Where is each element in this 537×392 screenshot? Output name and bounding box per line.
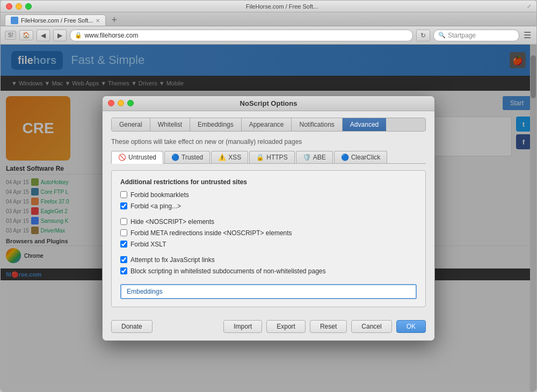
import-button[interactable]: Import <box>223 320 262 333</box>
dialog-body: General Whitelist Embeddings Appearance … <box>103 111 434 314</box>
search-icon: 🔍 <box>438 32 446 39</box>
ok-button[interactable]: OK <box>396 320 426 333</box>
tab-appearance[interactable]: Appearance <box>242 118 292 131</box>
browser-tab[interactable]: FileHorse.com / Free Soft... ✕ <box>5 14 106 26</box>
tab-close-btn[interactable]: ✕ <box>96 18 100 24</box>
title-bar: FileHorse.com / Free Soft... ⤢ <box>1 1 536 12</box>
checkbox-hide-noscript: Hide <NOSCRIPT> elements <box>120 218 417 226</box>
tab-whitelist[interactable]: Whitelist <box>150 118 190 131</box>
nav-home-btn[interactable]: 🏠 <box>19 30 33 40</box>
dialog-close-btn[interactable] <box>108 100 114 106</box>
sub-tab-trusted[interactable]: 🔵 Trusted <box>164 151 210 163</box>
dialog-title: NoScript Options <box>240 99 297 107</box>
block-scripting-label: Block scripting in whitelisted subdocume… <box>130 267 326 275</box>
nav-reload-btn[interactable]: ↻ <box>416 30 430 41</box>
noscript-options-dialog: NoScript Options General Whitelist Embed… <box>102 96 435 341</box>
checkbox-forbid-ping: Forbid <a ping...> <box>120 202 417 210</box>
sub-tab-bar: 🚫 Untrusted 🔵 Trusted ⚠️ XSS 🔒 <box>111 151 426 164</box>
spacer2 <box>120 252 417 256</box>
forbid-meta-label: Forbid META redirections inside <NOSCRIP… <box>130 229 292 237</box>
forbid-bookmarklets-checkbox[interactable] <box>120 191 127 198</box>
dialog-min-btn[interactable] <box>118 100 124 106</box>
maximize-window-btn[interactable] <box>25 3 32 10</box>
forbid-bookmarklets-label: Forbid bookmarklets <box>130 191 189 199</box>
forbid-meta-checkbox[interactable] <box>120 229 127 236</box>
browser-viewport: filehors Fast & Simple 🍎 ▼ Windows ▼ Mac… <box>1 45 536 391</box>
tab-favicon <box>11 17 18 24</box>
dialog-tab-bar: General Whitelist Embeddings Appearance … <box>111 118 426 132</box>
dialog-titlebar: NoScript Options <box>103 96 434 111</box>
tab-embeddings[interactable]: Embeddings <box>190 118 242 131</box>
footer-right-buttons: Import Export Reset Cancel OK <box>223 320 426 333</box>
xss-icon: ⚠️ <box>218 154 226 161</box>
forbid-xslt-label: Forbid XSLT <box>130 241 166 248</box>
sub-tab-abe[interactable]: 🛡️ ABE <box>296 151 333 163</box>
minimize-window-btn[interactable] <box>16 3 22 10</box>
nav-forward-btn[interactable]: ▶ <box>53 30 67 41</box>
section-title: Additional restrictions for untrusted si… <box>120 178 417 186</box>
traffic-lights <box>6 3 32 10</box>
search-bar[interactable]: 🔍 Startpage <box>433 30 519 41</box>
dialog-max-btn[interactable] <box>127 100 134 106</box>
forbid-ping-label: Forbid <a ping...> <box>130 202 181 210</box>
trusted-icon: 🔵 <box>171 154 179 161</box>
dialog-footer: Donate Import Export Reset Cancel OK <box>103 314 434 340</box>
forbid-xslt-checkbox[interactable] <box>120 241 127 248</box>
address-bar[interactable]: 🔒 www.filehorse.com <box>70 30 413 41</box>
tab-bar: FileHorse.com / Free Soft... ✕ + <box>1 12 536 26</box>
export-button[interactable]: Export <box>266 320 306 333</box>
browser-window: FileHorse.com / Free Soft... ⤢ FileHorse… <box>0 0 537 392</box>
tab-advanced[interactable]: Advanced <box>343 118 386 131</box>
tab-label: FileHorse.com / Free Soft... <box>21 17 93 24</box>
tab-general[interactable]: General <box>112 118 150 131</box>
nav-bar: S! 🏠 ◀ ▶ 🔒 www.filehorse.com ↻ 🔍 Startpa… <box>1 26 536 45</box>
sub-tab-abe-label: ABE <box>313 154 326 161</box>
sub-tab-trusted-label: Trusted <box>182 154 203 161</box>
sub-tab-xss[interactable]: ⚠️ XSS <box>211 151 248 163</box>
spacer1 <box>120 214 417 218</box>
sub-tab-clearclick[interactable]: 🔵 ClearClick <box>334 151 388 163</box>
embeddings-button[interactable]: Embeddings <box>120 284 417 299</box>
checkbox-forbid-xslt: Forbid XSLT <box>120 241 417 248</box>
forbid-ping-checkbox[interactable] <box>120 202 127 209</box>
checkbox-block-scripting: Block scripting in whitelisted subdocume… <box>120 267 417 275</box>
sub-tab-https-label: HTTPS <box>266 154 287 161</box>
reset-button[interactable]: Reset <box>310 320 347 333</box>
content-area: Additional restrictions for untrusted si… <box>111 170 426 307</box>
block-scripting-checkbox[interactable] <box>120 267 127 274</box>
sub-tab-xss-label: XSS <box>228 154 241 161</box>
new-tab-btn[interactable]: + <box>109 14 119 26</box>
fix-js-links-label: Attempt to fix JavaScript links <box>130 256 215 264</box>
url-display: www.filehorse.com <box>84 32 138 39</box>
modal-overlay: NoScript Options General Whitelist Embed… <box>1 45 536 391</box>
checkbox-fix-js-links: Attempt to fix JavaScript links <box>120 256 417 264</box>
checkbox-forbid-bookmarklets: Forbid bookmarklets <box>120 191 417 199</box>
donate-button[interactable]: Donate <box>111 320 153 333</box>
nav-back-btn[interactable]: ◀ <box>37 30 50 41</box>
footer-left-buttons: Donate <box>111 320 153 333</box>
untrusted-icon: 🚫 <box>118 154 126 161</box>
close-window-btn[interactable] <box>6 3 12 10</box>
hide-noscript-label: Hide <NOSCRIPT> elements <box>130 218 214 226</box>
sub-tab-untrusted-label: Untrusted <box>128 154 156 161</box>
tab-notifications[interactable]: Notifications <box>292 118 342 131</box>
window-title: FileHorse.com / Free Soft... <box>37 3 527 10</box>
sub-tab-clearclick-label: ClearClick <box>351 154 381 161</box>
address-lock-icon: 🔒 <box>75 32 82 39</box>
notice-text: These options will take effect on new or… <box>111 138 426 146</box>
resize-icon: ⤢ <box>527 3 531 9</box>
dialog-traffic-lights <box>108 100 134 106</box>
hide-noscript-checkbox[interactable] <box>120 218 127 225</box>
abe-icon: 🛡️ <box>303 154 311 161</box>
https-icon: 🔒 <box>256 154 264 161</box>
clearclick-icon: 🔵 <box>341 154 349 161</box>
nav-s-btn[interactable]: S! <box>5 31 16 40</box>
browser-menu-btn[interactable]: ☰ <box>523 29 532 41</box>
checkbox-forbid-meta: Forbid META redirections inside <NOSCRIP… <box>120 229 417 237</box>
sub-tab-untrusted[interactable]: 🚫 Untrusted <box>111 151 163 164</box>
fix-js-links-checkbox[interactable] <box>120 256 127 263</box>
sub-tab-https[interactable]: 🔒 HTTPS <box>249 151 294 163</box>
cancel-button[interactable]: Cancel <box>351 320 391 333</box>
search-placeholder: Startpage <box>448 32 476 39</box>
